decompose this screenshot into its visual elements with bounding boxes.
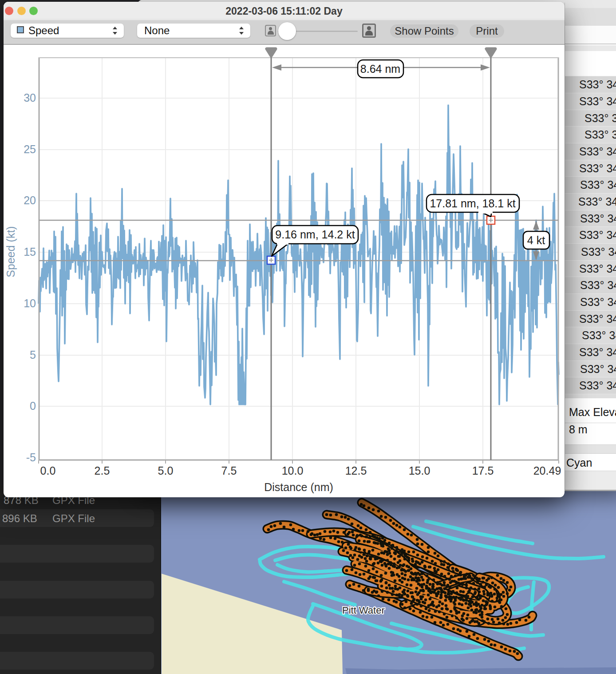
svg-text:17.81 nm, 18.1 kt: 17.81 nm, 18.1 kt — [430, 197, 515, 210]
svg-text:0.0: 0.0 — [40, 464, 56, 477]
svg-text:-5: -5 — [26, 451, 36, 464]
svg-text:2.5: 2.5 — [95, 464, 110, 477]
svg-text:30: 30 — [24, 91, 36, 104]
svg-text:Pitt Water: Pitt Water — [342, 605, 385, 616]
svg-text:7.5: 7.5 — [221, 464, 237, 477]
svg-text:5: 5 — [30, 349, 36, 361]
svg-text:10.0: 10.0 — [282, 464, 304, 477]
svg-text:15: 15 — [24, 246, 36, 258]
svg-text:Distance (nm): Distance (nm) — [264, 481, 333, 493]
svg-text:17.5: 17.5 — [472, 464, 494, 477]
svg-text:4 kt: 4 kt — [527, 234, 545, 246]
svg-text:Speed (kt): Speed (kt) — [4, 226, 17, 277]
svg-text:5.0: 5.0 — [158, 464, 174, 477]
svg-text:0: 0 — [30, 400, 36, 412]
svg-text:12.5: 12.5 — [345, 464, 367, 477]
svg-text:20.49: 20.49 — [533, 464, 561, 477]
svg-text:8.64 nm: 8.64 nm — [360, 63, 400, 75]
svg-text:10: 10 — [24, 297, 36, 309]
svg-text:20: 20 — [24, 194, 36, 206]
svg-text:15.0: 15.0 — [409, 464, 430, 477]
svg-text:9.16 nm, 14.2 kt: 9.16 nm, 14.2 kt — [275, 228, 355, 241]
svg-text:25: 25 — [24, 143, 36, 155]
